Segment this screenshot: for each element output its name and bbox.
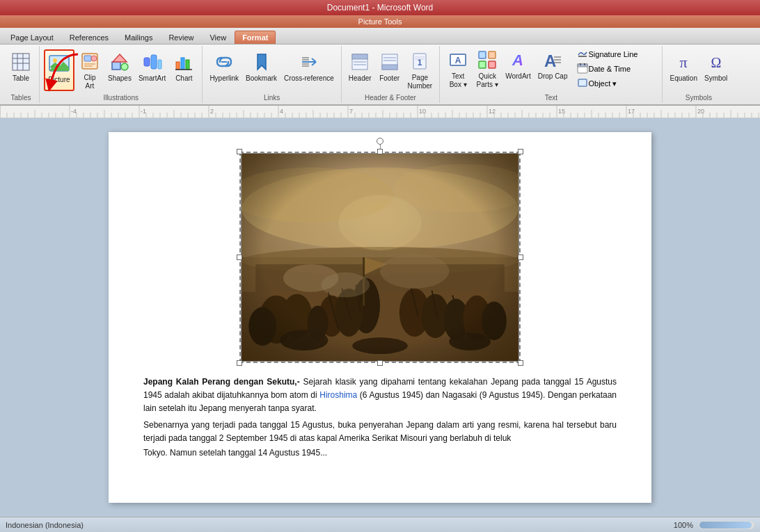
picture-icon: [48, 52, 70, 74]
btn-hyperlink-label: Hyperlink: [209, 74, 239, 83]
drop-cap-icon: A: [541, 49, 564, 71]
btn-smartart-label: SmartArt: [138, 74, 166, 83]
btn-chart[interactable]: Chart: [170, 49, 198, 91]
btn-wordart-label: WordArt: [505, 72, 531, 81]
handle-top-right[interactable]: [518, 149, 523, 154]
btn-picture[interactable]: Picture: [44, 49, 74, 91]
btn-symbol[interactable]: Ω Symbol: [702, 49, 730, 91]
handle-bottom-right[interactable]: [518, 360, 523, 366]
svg-rect-21: [186, 60, 189, 70]
svg-rect-45: [479, 51, 486, 58]
group-symbols-label: Symbols: [667, 92, 730, 103]
btn-object[interactable]: Object ▾: [574, 76, 658, 90]
chart-icon: [173, 51, 195, 73]
date-time-icon: [577, 63, 588, 75]
btn-date-time-label: Date & Time: [588, 65, 631, 73]
ruler: -4-12471012151720: [0, 106, 760, 118]
btn-quick-parts[interactable]: Quick Parts ▾: [473, 47, 501, 90]
btn-drop-cap[interactable]: A Drop Cap: [535, 47, 571, 89]
wordart-icon: A: [507, 49, 529, 71]
btn-footer[interactable]: Footer: [376, 49, 404, 91]
svg-marker-14: [113, 54, 127, 62]
zoom-slider[interactable]: [699, 521, 754, 529]
svg-text:7: 7: [349, 108, 353, 115]
btn-drop-cap-label: Drop Cap: [538, 72, 568, 81]
page-number-icon: 1: [409, 50, 431, 72]
status-language: Indonesian (Indonesia): [6, 521, 84, 529]
btn-page-number[interactable]: 1 Page Number: [405, 49, 436, 92]
svg-point-10: [91, 56, 97, 61]
handle-bottom-left[interactable]: [237, 360, 242, 366]
btn-shapes[interactable]: Shapes: [105, 49, 134, 91]
svg-rect-17: [151, 55, 157, 69]
tab-mailings[interactable]: Mailings: [117, 31, 160, 44]
title-bar-text: Document1 - Microsoft Word: [327, 3, 434, 13]
footer-icon: [379, 51, 401, 73]
btn-page-number-label: Page Number: [408, 74, 433, 90]
tab-references[interactable]: References: [62, 31, 116, 44]
btn-wordart[interactable]: A WordArt: [502, 47, 534, 89]
title-bar: Document1 - Microsoft Word: [0, 0, 760, 15]
btn-quick-parts-label: Quick Parts ▾: [477, 72, 498, 89]
svg-text:12: 12: [489, 108, 496, 115]
handle-middle-left[interactable]: [237, 255, 242, 260]
header-icon: [349, 51, 371, 73]
btn-clip-art[interactable]: Clip Art: [76, 49, 104, 92]
status-zoom: 100%: [674, 521, 693, 529]
btn-date-time[interactable]: Date & Time: [574, 62, 658, 76]
doc-text: Jepang Kalah Perang dengan Sekutu,- Seja…: [143, 376, 617, 460]
svg-rect-46: [489, 51, 496, 58]
btn-header-label: Header: [349, 74, 372, 83]
svg-rect-32: [352, 54, 367, 59]
paragraph-1: Jepang Kalah Perang dengan Sekutu,- Seja…: [143, 376, 617, 416]
handle-bottom-middle[interactable]: [377, 360, 383, 366]
svg-text:2: 2: [210, 108, 214, 115]
btn-cross-reference-label: Cross-reference: [284, 74, 334, 83]
svg-text:17: 17: [628, 108, 635, 115]
cross-reference-icon: [298, 51, 320, 73]
svg-point-7: [53, 58, 57, 63]
image-placeholder[interactable]: [241, 153, 519, 362]
tab-view[interactable]: View: [202, 31, 234, 44]
smartart-icon: [141, 51, 164, 73]
image-container[interactable]: [241, 153, 519, 362]
paragraph-3: Tokyo. Namun setelah tanggal 14 Agustus …: [143, 446, 617, 460]
svg-text:A: A: [455, 56, 461, 65]
btn-text-box[interactable]: A Text Box ▾: [444, 47, 472, 90]
btn-signature-line[interactable]: Signature Line: [574, 47, 658, 61]
tab-format[interactable]: Format: [235, 31, 276, 44]
btn-shapes-label: Shapes: [108, 74, 132, 83]
btn-bookmark[interactable]: Bookmark: [243, 49, 280, 91]
bookmark-icon: [251, 51, 273, 73]
svg-rect-62: [0, 106, 760, 118]
context-tab-bar: Picture Tools: [0, 15, 760, 28]
ribbon-group-header-footer: Header Footer 1: [342, 46, 440, 103]
symbol-icon: Ω: [705, 51, 727, 73]
ribbon-group-symbols: π Equation Ω Symbol Symbols: [663, 46, 734, 103]
btn-hyperlink[interactable]: Hyperlink: [207, 49, 242, 91]
rotate-handle[interactable]: [377, 138, 383, 145]
doc-area: Jepang Kalah Perang dengan Sekutu,- Seja…: [0, 118, 760, 517]
ribbon: Table Tables Picture: [0, 45, 760, 106]
handle-top-left[interactable]: [237, 149, 242, 154]
btn-equation[interactable]: π Equation: [667, 49, 699, 91]
tab-review[interactable]: Review: [161, 31, 201, 44]
svg-rect-18: [158, 60, 161, 69]
group-links-label: Links: [207, 92, 336, 103]
btn-header[interactable]: Header: [346, 49, 374, 91]
tab-page-layout[interactable]: Page Layout: [3, 31, 61, 44]
group-header-footer-label: Header & Footer: [346, 92, 435, 103]
btn-table-label: Table: [13, 74, 29, 83]
svg-text:-1: -1: [141, 108, 146, 115]
btn-footer-label: Footer: [379, 74, 399, 83]
highlight-hiroshima: Hiroshima: [319, 390, 357, 400]
svg-rect-48: [489, 61, 496, 68]
btn-cross-reference[interactable]: Cross-reference: [281, 49, 337, 91]
handle-middle-right[interactable]: [518, 255, 523, 260]
btn-smartart[interactable]: SmartArt: [136, 49, 168, 91]
context-tab-label: Picture Tools: [358, 17, 402, 26]
clip-art-icon: [79, 50, 101, 72]
btn-object-label: Object ▾: [588, 79, 617, 88]
handle-top-middle[interactable]: [377, 149, 383, 154]
btn-table[interactable]: Table: [7, 49, 35, 91]
